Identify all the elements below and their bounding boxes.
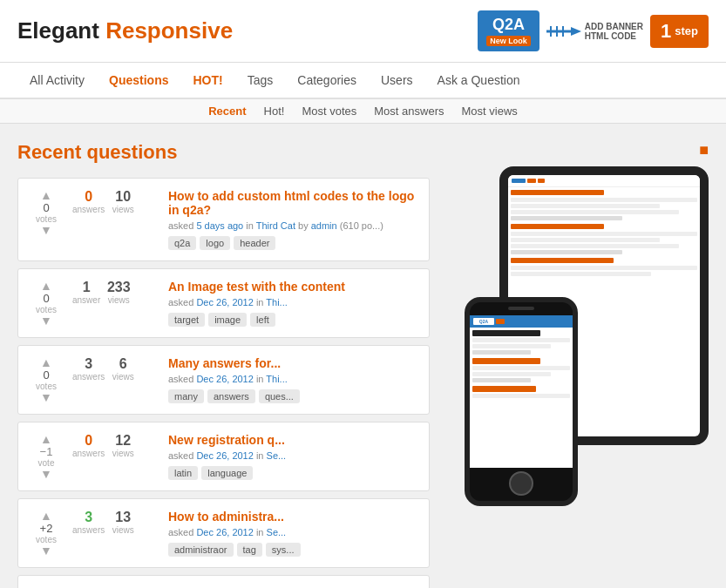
asked-time[interactable]: Dec 26, 2012: [196, 527, 253, 537]
step-num: 1: [661, 20, 671, 43]
question-item: ▲ 0 votes ▼ 0 answers 10 views How to ad…: [17, 178, 430, 261]
tag[interactable]: header: [234, 236, 275, 250]
nav-all-activity[interactable]: All Activity: [17, 63, 97, 98]
step-badge[interactable]: 1 step: [650, 15, 709, 48]
tag[interactable]: language: [201, 466, 253, 480]
tag[interactable]: left: [250, 313, 275, 327]
vote-box: ▲ 0 votes ▼: [29, 356, 64, 403]
category-link[interactable]: Third Cat: [256, 220, 295, 231]
question-info: New registration q... asked Dec 26, 2012…: [168, 433, 418, 480]
tag[interactable]: answers: [207, 389, 255, 403]
tag[interactable]: ques...: [259, 389, 300, 403]
svg-marker-1: [571, 27, 581, 36]
q2a-badge[interactable]: Q2A New Look: [478, 10, 539, 51]
views-count: 233: [105, 280, 132, 295]
category-link[interactable]: Se...: [267, 527, 287, 537]
question-item: ▲ +2 votes ▼ 1 answer 95 views This is m…: [17, 575, 430, 588]
question-tags: q2a logo header: [168, 236, 418, 250]
category-link[interactable]: Thi...: [266, 374, 287, 384]
vote-down-icon[interactable]: ▼: [40, 314, 52, 327]
subnav-most-answers[interactable]: Most answers: [374, 105, 444, 118]
subnav-hot[interactable]: Hot!: [264, 105, 285, 118]
asked-time[interactable]: Dec 26, 2012: [196, 450, 253, 461]
nav-users[interactable]: Users: [369, 63, 425, 98]
vote-down-icon[interactable]: ▼: [40, 544, 52, 557]
answers-count: 0: [72, 189, 105, 205]
question-item: ▲ 0 votes ▼ 1 answer 233 views An Image …: [17, 268, 430, 338]
asked-time[interactable]: Dec 26, 2012: [196, 374, 253, 384]
nav-categories[interactable]: Categories: [285, 63, 369, 98]
vote-up-icon[interactable]: ▲: [40, 433, 52, 445]
question-meta: asked Dec 26, 2012 in Se...: [168, 450, 418, 461]
stats: 3 answers 13 views: [72, 510, 159, 535]
nav-tags[interactable]: Tags: [235, 63, 286, 98]
vote-box: ▲ 0 votes ▼: [29, 280, 64, 327]
main-nav: All Activity Questions HOT! Tags Categor…: [0, 63, 726, 99]
views-label: views: [105, 295, 132, 305]
question-item: ▲ +2 votes ▼ 3 answers 13 views How to a…: [17, 498, 430, 568]
question-info: Many answers for... asked Dec 26, 2012 i…: [168, 356, 418, 403]
vote-up-icon[interactable]: ▲: [40, 280, 52, 292]
question-title[interactable]: New registration q...: [168, 433, 418, 447]
main-content: Recent questions ▲ 0 votes ▼ 0 answers 1…: [0, 124, 726, 588]
views-count: 10: [110, 189, 136, 205]
logo: Elegant Responsive: [17, 17, 233, 44]
tag[interactable]: many: [168, 389, 204, 403]
tag[interactable]: latin: [168, 466, 198, 480]
header-ads: Q2A New Look ADD BANNER HTML CODE 1 step: [478, 10, 709, 51]
stats: 1 answer 233 views: [72, 280, 159, 305]
question-tags: many answers ques...: [168, 389, 418, 403]
vote-up-icon[interactable]: ▲: [40, 189, 52, 201]
asked-time[interactable]: Dec 26, 2012: [196, 297, 253, 308]
add-banner-label: ADD BANNER: [585, 22, 643, 31]
vote-down-icon[interactable]: ▼: [40, 224, 52, 236]
tag[interactable]: logo: [200, 236, 230, 250]
phone-device: Q2A: [465, 297, 578, 506]
question-title[interactable]: How to add custom html codes to the logo…: [168, 189, 418, 217]
html-code-label: HTML CODE: [585, 31, 643, 41]
tag[interactable]: image: [208, 313, 247, 327]
subnav-recent[interactable]: Recent: [208, 105, 246, 118]
answers-label: answers: [72, 372, 105, 382]
subnav-most-votes[interactable]: Most votes: [302, 105, 356, 118]
vote-up-icon[interactable]: ▲: [40, 510, 52, 522]
nav-ask-question[interactable]: Ask a Question: [425, 63, 533, 98]
rss-icon: ■: [699, 141, 709, 159]
arrow-badge: ADD BANNER HTML CODE: [546, 22, 643, 41]
subnav-most-views[interactable]: Most views: [461, 105, 517, 118]
question-title[interactable]: How to administra...: [168, 510, 418, 524]
stats: 0 answers 10 views: [72, 189, 159, 214]
vote-down-icon[interactable]: ▼: [40, 391, 52, 403]
answers-stat: 1 answer: [72, 280, 100, 305]
question-tags: target image left: [168, 313, 418, 327]
category-link[interactable]: Thi...: [266, 297, 287, 308]
stats: 0 answers 12 views: [72, 433, 159, 458]
q2a-label: Q2A: [492, 16, 525, 34]
tag[interactable]: administraor: [168, 543, 234, 557]
views-label: views: [110, 372, 136, 382]
arrow-icon: [546, 23, 581, 40]
views-label: views: [110, 205, 136, 214]
question-title[interactable]: An Image test with the content: [168, 280, 418, 294]
category-link[interactable]: Se...: [267, 450, 287, 461]
tag[interactable]: sys...: [266, 543, 301, 557]
views-label: views: [110, 449, 136, 458]
tag[interactable]: q2a: [168, 236, 196, 250]
vote-up-icon[interactable]: ▲: [40, 356, 52, 368]
header: Elegant Responsive Q2A New Look ADD BANN…: [0, 0, 726, 63]
tag[interactable]: tag: [237, 543, 262, 557]
question-meta: asked 5 days ago in Third Cat by admin (…: [168, 220, 418, 231]
question-item: ▲ −1 vote ▼ 0 answers 12 views New regis…: [17, 422, 430, 491]
asked-time[interactable]: 5 days ago: [196, 220, 243, 231]
views-stat: 233 views: [105, 280, 132, 305]
question-title[interactable]: Many answers for...: [168, 356, 418, 370]
sub-nav: Recent Hot! Most votes Most answers Most…: [0, 99, 726, 124]
vote-down-icon[interactable]: ▼: [40, 468, 52, 480]
answers-label: answers: [72, 525, 105, 535]
nav-questions[interactable]: Questions: [97, 63, 180, 98]
author-link[interactable]: admin: [311, 220, 337, 231]
nav-hot[interactable]: HOT!: [180, 63, 234, 98]
logo-elegant: Elegant: [17, 17, 99, 44]
answers-label: answers: [72, 205, 105, 214]
tag[interactable]: target: [168, 313, 205, 327]
